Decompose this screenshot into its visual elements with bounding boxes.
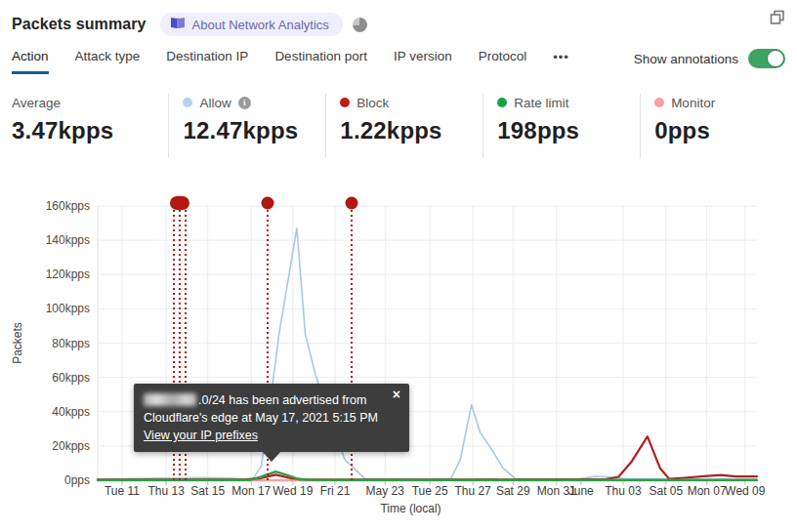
info-icon[interactable]: i [238, 97, 251, 109]
svg-text:120kpps: 120kpps [46, 267, 90, 281]
svg-text:Sat 29: Sat 29 [496, 484, 530, 498]
more-tabs-icon[interactable]: ••• [553, 49, 569, 74]
svg-text:Fri 21: Fri 21 [320, 484, 351, 498]
stat-monitor: Monitor 0pps [640, 94, 797, 158]
stat-label: Average [12, 96, 61, 110]
svg-text:Mon 17: Mon 17 [231, 484, 271, 498]
rate-limit-dot [497, 98, 507, 107]
svg-text:Sat 15: Sat 15 [190, 484, 225, 498]
tab-protocol[interactable]: Protocol [479, 49, 527, 74]
svg-text:Time (local): Time (local) [380, 502, 440, 515]
packets-summary-panel: Packets summary About Network Analytics … [0, 0, 797, 532]
svg-text:Mon 07: Mon 07 [688, 484, 727, 498]
header: Packets summary About Network Analytics [12, 10, 785, 39]
tooltip-line-1: .0/24 has been advertised from [144, 391, 398, 409]
stat-label: Monitor [671, 96, 715, 110]
svg-text:Thu 27: Thu 27 [454, 484, 491, 498]
stat-value: 3.47kpps [12, 117, 158, 144]
tooltip-caret [262, 451, 281, 462]
badge-label: About Network Analytics [192, 18, 329, 32]
tabs: Action Attack type Destination IP Destin… [12, 49, 569, 74]
block-dot [340, 98, 350, 107]
stats-row: Average 3.47kpps Allow i 12.47kpps Block… [12, 94, 797, 158]
tab-destination-port[interactable]: Destination port [274, 49, 367, 74]
svg-text:140kpps: 140kpps [46, 233, 90, 247]
svg-text:20kpps: 20kpps [52, 439, 90, 453]
svg-text:Thu 13: Thu 13 [148, 484, 186, 498]
tabs-row: Action Attack type Destination IP Destin… [12, 49, 785, 78]
show-annotations-toggle[interactable] [748, 49, 785, 68]
stat-value: 1.22kpps [340, 117, 473, 144]
svg-text:Sat 05: Sat 05 [649, 484, 683, 498]
svg-text:160kpps: 160kpps [46, 199, 90, 213]
svg-text:40kpps: 40kpps [52, 405, 90, 419]
stat-value: 198pps [497, 117, 630, 144]
view-ip-prefixes-link[interactable]: View your IP prefixes [144, 429, 258, 442]
annotation-tooltip: × .0/24 has been advertised from Cloudfl… [134, 384, 409, 452]
pop-out-icon[interactable] [770, 10, 785, 29]
tab-attack-type[interactable]: Attack type [75, 49, 141, 74]
page-title: Packets summary [12, 16, 147, 33]
stat-block: Block 1.22kpps [325, 94, 482, 158]
svg-text:60kpps: 60kpps [52, 371, 90, 385]
tab-action[interactable]: Action [12, 49, 49, 74]
tab-destination-ip[interactable]: Destination IP [166, 49, 248, 74]
stat-label: Rate limit [514, 96, 568, 110]
tab-ip-version[interactable]: IP version [394, 49, 452, 74]
tooltip-line-2: Cloudflare's edge at May 17, 2021 5:15 P… [144, 409, 398, 427]
allow-dot [183, 98, 192, 107]
show-annotations-label: Show annotations [634, 52, 738, 66]
stat-average: Average 3.47kpps [12, 94, 168, 158]
stat-label: Block [357, 96, 389, 110]
svg-text:Packets: Packets [11, 322, 24, 364]
svg-text:0pps: 0pps [64, 473, 90, 487]
svg-text:Wed 19: Wed 19 [273, 484, 313, 498]
stat-rate-limit: Rate limit 198pps [482, 94, 640, 158]
packets-chart[interactable]: 0pps20kpps40kpps60kpps80kpps100kpps120kp… [0, 185, 797, 532]
stat-value: 12.47kpps [183, 117, 315, 144]
book-icon [170, 17, 186, 32]
svg-text:Tue 25: Tue 25 [412, 484, 448, 498]
chart-canvas[interactable]: 0pps20kpps40kpps60kpps80kpps100kpps120kp… [0, 185, 797, 532]
usage-pie-icon[interactable] [353, 18, 367, 32]
svg-text:100kpps: 100kpps [46, 302, 90, 315]
svg-text:May 23: May 23 [366, 484, 405, 498]
stat-value: 0pps [654, 117, 787, 144]
monitor-dot [654, 98, 664, 107]
svg-text:Wed 09: Wed 09 [725, 484, 765, 498]
stat-label: Allow [199, 96, 231, 110]
stat-allow: Allow i 12.47kpps [168, 94, 325, 158]
redacted-ip-prefix [144, 393, 196, 406]
close-icon[interactable]: × [393, 387, 400, 402]
svg-text:Thu 03: Thu 03 [605, 484, 642, 498]
svg-text:Tue 11: Tue 11 [105, 484, 140, 498]
svg-text:80kpps: 80kpps [52, 337, 90, 350]
toggle-knob [767, 50, 784, 67]
show-annotations-control: Show annotations [634, 49, 785, 68]
svg-text:June: June [568, 484, 594, 498]
about-network-analytics-badge[interactable]: About Network Analytics [160, 13, 343, 36]
